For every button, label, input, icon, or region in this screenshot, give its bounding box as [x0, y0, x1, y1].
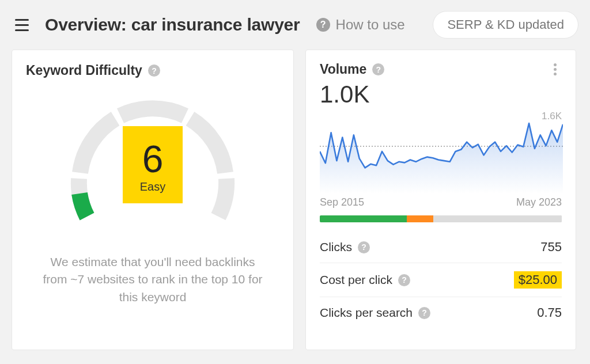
- cpc-label: Cost per click: [320, 273, 392, 287]
- help-icon[interactable]: ?: [398, 274, 410, 286]
- cps-label: Clicks per search: [320, 306, 413, 320]
- metric-row-cps: Clicks per search ? 0.75: [320, 297, 562, 328]
- kd-title: Keyword Difficulty: [26, 63, 142, 78]
- kd-description: We estimate that you'll need backlinks f…: [26, 253, 279, 306]
- kd-rating-label: Easy: [140, 180, 165, 194]
- page-title: Overview: car insurance lawyer: [45, 15, 300, 35]
- kd-score-value: 6: [142, 140, 164, 178]
- clicks-value: 755: [540, 240, 562, 255]
- more-menu-icon[interactable]: [548, 63, 562, 77]
- cps-value: 0.75: [537, 305, 562, 320]
- clicks-label: Clicks: [320, 240, 352, 254]
- chart-start-date: Sep 2015: [320, 196, 364, 208]
- cpc-value: $25.00: [514, 271, 562, 289]
- help-icon[interactable]: ?: [418, 307, 430, 319]
- how-to-use-label: How to use: [336, 17, 405, 33]
- keyword-difficulty-card: Keyword Difficulty ? 6 Easy: [12, 50, 294, 350]
- serp-updated-pill[interactable]: SERP & KD updated: [433, 11, 578, 39]
- help-icon: ?: [316, 18, 330, 32]
- metric-row-clicks: Clicks ? 755: [320, 232, 562, 263]
- help-icon[interactable]: ?: [372, 63, 384, 75]
- help-icon[interactable]: ?: [358, 241, 370, 253]
- clicks-distribution-bar: [320, 215, 562, 222]
- volume-chart: 1.6K Sep 2015 May 2023: [320, 111, 562, 208]
- kd-score-badge: 6 Easy: [123, 126, 183, 203]
- metric-row-cpc: Cost per click ? $25.00: [320, 263, 562, 297]
- help-icon[interactable]: ?: [148, 65, 160, 77]
- menu-icon[interactable]: [12, 14, 32, 35]
- chart-end-date: May 2023: [516, 196, 562, 208]
- volume-sparkline: [320, 119, 563, 194]
- volume-value: 1.0K: [320, 81, 562, 108]
- volume-card: Volume ? 1.0K 1.6K Sep 20: [305, 50, 576, 350]
- how-to-use-link[interactable]: ? How to use: [316, 17, 405, 33]
- volume-title: Volume: [320, 62, 366, 77]
